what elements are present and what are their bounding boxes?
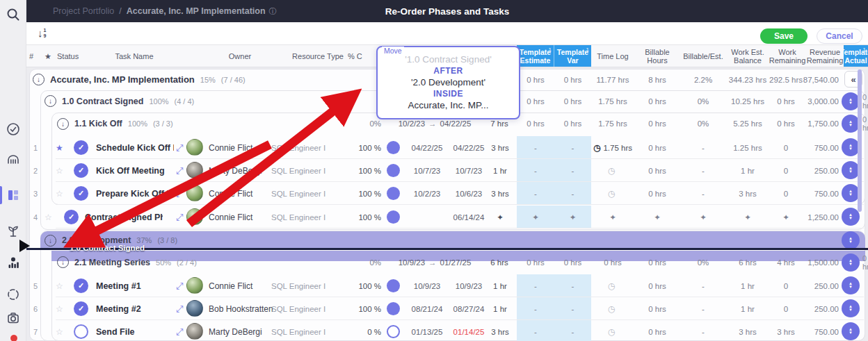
clock-icon[interactable]: ◷ [593,143,600,153]
status-complete-icon[interactable]: ✓ [64,210,79,224]
col-header-billable-hours[interactable]: Billable Hours [634,45,680,67]
pct-complete-circle[interactable] [387,302,400,315]
breadcrumb-portfolio-link[interactable]: Project Portfolio [53,6,114,16]
expand-task-icon[interactable]: ⤢ [176,206,186,228]
task-row[interactable]: 1★✓Schedule Kick Off Meeting⤢Connie Flic… [26,136,868,159]
col-header-num[interactable]: # [29,45,40,67]
status-complete-icon[interactable]: ✓ [74,186,88,201]
collapse-phase-icon[interactable]: ↓ [57,256,69,268]
pct-complete-circle[interactable] [387,279,400,292]
collapse-phase-icon[interactable]: ↓ [45,235,56,247]
star-outline-icon[interactable]: ☆ [45,206,56,228]
plant-nav-icon[interactable] [6,224,21,239]
clock-icon[interactable]: ◷ [608,304,615,314]
clock-icon[interactable]: ◷ [608,327,615,337]
clock-icon[interactable]: ◷ [608,166,615,176]
star-filled-icon[interactable]: ★ [56,136,67,159]
star-outline-icon[interactable]: ☆ [56,320,67,341]
move-tooltip: Move '1.0 Contract Signed' AFTER '2.0 De… [376,46,520,119]
task-name[interactable]: Kick Off Meeting [96,159,174,182]
col-header-template-var[interactable]: Template Var 1 [554,45,591,67]
analytics-nav-icon[interactable] [6,256,21,271]
search-icon[interactable] [6,7,21,22]
col-header-time-log[interactable]: Time Log [591,45,634,67]
phase-value-bh: 0 hrs [634,113,680,134]
task-name[interactable]: Contract Signed Phase... [85,206,163,228]
reorder-task-button[interactable]: ▲▼ [842,208,860,226]
start-date [407,206,447,228]
col-header-revenue-remaining[interactable]: Revenue Remaining [805,45,844,67]
move-source-label: '1.0 Contract Signed' [405,54,491,65]
revenue-remaining-value: 750.00 [800,320,839,341]
reorder-task-button[interactable]: ▲▼ [842,322,860,340]
task-row[interactable]: 2☆✓Kick Off Meeting⤢Marty DeBergiSQL Eng… [26,159,868,182]
star-outline-icon[interactable]: ☆ [56,182,67,205]
pct-complete-circle[interactable] [387,325,400,338]
col-header-work-remaining[interactable]: Work Remaining [769,45,805,67]
workbench-nav-icon[interactable] [6,152,21,167]
reorder-task-button[interactable]: ▲▼ [842,276,860,294]
end-date: 10/9/23 [449,274,488,297]
task-name[interactable]: Prepare Kick Off Deck [96,182,174,205]
star-outline-icon[interactable]: ☆ [56,159,67,182]
col-header-template-estimate[interactable]: Template Estimate 1 [517,45,554,67]
task-name[interactable]: Send File [96,320,174,341]
check-circle-nav-icon[interactable] [6,122,21,137]
phase-row-2-0[interactable]: ↓ 2.0 Development 37% (3 / 8) ▲▼ [26,232,868,249]
col-header-star[interactable]: ★ [45,45,56,67]
task-row[interactable]: 5☆✓Meeting #1⤢Connie FlictSQL Engineer I… [26,274,868,297]
cancel-button[interactable]: Cancel [817,28,862,44]
status-open-icon[interactable] [74,324,88,339]
phase-date-range: 10/9/23→01/27/25 [383,251,487,273]
col-header-task-name[interactable]: Task Name [103,45,166,67]
pct-complete-circle[interactable] [387,141,400,154]
breadcrumb-project-name[interactable]: Accurate, Inc. MP Implementation [127,6,266,16]
task-row[interactable]: 3☆✓Prepare Kick Off Deck⤢Connie FlictSQL… [26,182,868,205]
col-header-work-est-balance[interactable]: Work Est. Balance [726,45,769,67]
status-complete-icon[interactable]: ✓ [74,140,88,155]
col-header-status[interactable]: Status [57,45,95,67]
status-complete-icon[interactable]: ✓ [74,163,88,178]
camera-nav-icon[interactable] [6,310,21,326]
collapse-phase-icon[interactable]: ↓ [45,95,56,107]
pct-complete-circle[interactable] [387,187,400,200]
task-name[interactable]: Meeting #1 [96,274,174,297]
expand-task-icon[interactable]: ⤢ [176,136,186,159]
task-row[interactable]: 7☆Send File⤢Marty DeBergiSQL Engineer I0… [26,320,868,341]
board-nav-icon-active[interactable] [6,188,21,203]
cycle-nav-icon[interactable] [6,287,21,302]
status-complete-icon[interactable]: ✓ [74,301,88,316]
status-complete-icon[interactable]: ✓ [74,278,88,293]
expand-task-icon[interactable]: ⤢ [176,182,186,205]
expand-task-icon[interactable]: ⤢ [176,297,186,320]
reorder-phase-button[interactable]: ▲▼ [842,231,860,249]
vertical-scrollbar-thumb[interactable] [858,69,862,212]
col-header-template-actual[interactable]: Template Actual 1 [844,45,868,67]
clock-icon[interactable]: ◷ [608,281,615,291]
collapse-project-icon[interactable]: ↓ [33,74,45,85]
clock-icon[interactable]: ◷ [608,189,615,199]
info-icon[interactable]: ⓘ [269,6,277,17]
pct-complete-circle[interactable] [387,210,400,224]
expand-task-icon[interactable]: ⤢ [176,320,186,341]
col-header-pct-complete[interactable]: % C [348,45,376,67]
expand-task-icon[interactable]: ⤢ [176,274,186,297]
star-outline-icon[interactable]: ☆ [56,274,67,297]
star-outline-icon[interactable]: ☆ [56,297,67,320]
reorder-phase-button[interactable]: ▲▼ [842,253,860,272]
expand-task-icon[interactable]: ⤢ [176,159,186,182]
pct-complete-circle[interactable] [387,164,400,177]
clipped-template-actual-value: 0 hrs [862,113,868,134]
col-header-billable-est[interactable]: Billable/Est. [680,45,726,67]
save-button[interactable]: Save [760,28,807,44]
task-row[interactable]: 6☆✓Meeting #2⤢Bob HookstrattenSQL Engine… [26,297,868,320]
col-header-resource-type[interactable]: Resource Type [289,45,347,67]
col-header-owner[interactable]: Owner [212,45,268,67]
task-name[interactable]: Meeting #2 [96,297,174,320]
phase-row-2-1[interactable]: ↓ 2.1 Meeting Series 50% (2 / 4) 0%10/9/… [26,251,868,273]
reorder-task-button[interactable]: ▲▼ [842,299,860,317]
sort-numeric-icon[interactable]: ↓ 19 [38,27,46,40]
collapse-phase-icon[interactable]: ↓ [57,118,69,130]
task-row[interactable]: 4☆✓Contract Signed Phase...⤢Connie Flict… [26,206,868,228]
task-name[interactable]: Schedule Kick Off Meeting [96,136,174,159]
